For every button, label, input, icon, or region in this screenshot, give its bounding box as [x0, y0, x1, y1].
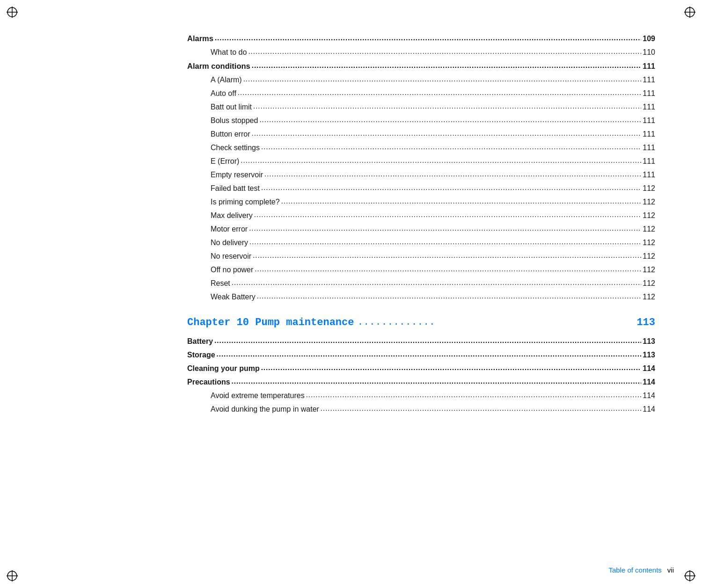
entry-page: 112 [643, 291, 655, 303]
content-area: Alarms109What to do110Alarm conditions11… [159, 14, 683, 455]
chapter-entries-list: Battery113Storage113Cleaning your pump11… [187, 336, 655, 415]
entry-dots [241, 155, 641, 166]
corner-mark-top-left [5, 5, 20, 20]
entry-dots [253, 101, 641, 112]
entry-page: 112 [643, 210, 655, 221]
entry-dots [306, 389, 642, 400]
entry-dots [232, 376, 642, 387]
entry-label: Batt out limit [211, 102, 252, 113]
toc-entry: Reset112 [187, 278, 655, 289]
entry-page: 111 [643, 88, 655, 99]
entry-page: 112 [643, 196, 655, 208]
entry-page: 111 [643, 156, 655, 167]
entry-label: Is priming complete? [211, 196, 280, 208]
toc-entry: Motor error112 [187, 224, 655, 235]
toc-entry: Battery113 [187, 336, 655, 347]
entry-dots [252, 59, 642, 71]
entry-dots [253, 250, 641, 261]
entry-page: 111 [643, 169, 655, 181]
entry-page: 112 [643, 183, 655, 194]
toc-entry: Empty reservoir111 [187, 169, 655, 181]
entry-label: Avoid extreme temperatures [211, 390, 305, 401]
entry-page: 114 [643, 390, 655, 401]
entry-dots [257, 290, 642, 302]
entry-label: No delivery [211, 237, 248, 248]
entry-dots [248, 46, 641, 57]
entry-label: E (Error) [211, 156, 239, 167]
toc-entry: Off no power112 [187, 264, 655, 276]
entry-dots [251, 128, 641, 139]
entry-dots [261, 182, 641, 193]
entry-dots [215, 32, 641, 44]
entry-dots [249, 223, 641, 234]
entry-page: 114 [643, 363, 655, 374]
entry-dots [214, 335, 641, 346]
chapter-heading: Chapter 10 Pump maintenance ............… [187, 317, 655, 328]
entry-label: What to do [211, 47, 247, 58]
toc-entry: A (Alarm)111 [187, 74, 655, 86]
entry-label: Weak Battery [211, 291, 256, 303]
entry-page: 111 [643, 102, 655, 113]
entry-label: Auto off [211, 88, 236, 99]
entry-dots [261, 141, 641, 152]
chapter-page: 113 [636, 317, 655, 328]
entry-dots [238, 87, 641, 98]
entry-page: 112 [643, 224, 655, 235]
entry-page: 111 [643, 129, 655, 140]
entry-dots [254, 209, 641, 220]
entry-page: 111 [643, 142, 655, 153]
entry-label: Check settings [211, 142, 260, 153]
toc-entry: Is priming complete?112 [187, 196, 655, 208]
toc-entry: Bolus stopped111 [187, 115, 655, 126]
footer: Table of contents vii [608, 566, 674, 574]
toc-entry: Avoid dunking the pump in water114 [187, 404, 655, 415]
entry-dots [243, 73, 642, 85]
entry-label: Failed batt test [211, 183, 260, 194]
footer-toc-label: Table of contents [608, 566, 661, 574]
entry-page: 114 [643, 404, 655, 415]
toc-entry: E (Error)111 [187, 156, 655, 167]
entry-page: 113 [643, 349, 655, 361]
entry-page: 110 [643, 47, 655, 58]
entry-dots [249, 236, 641, 247]
corner-mark-bottom-left [5, 568, 20, 583]
entry-label: Battery [187, 336, 213, 347]
entry-label: Cleaning your pump [187, 363, 260, 374]
entry-dots [281, 196, 642, 207]
toc-entry: Alarm conditions111 [187, 60, 655, 72]
toc-entry: Weak Battery112 [187, 291, 655, 303]
toc-entry: Precautions114 [187, 377, 655, 388]
entry-label: Empty reservoir [211, 169, 263, 181]
toc-entry: Check settings111 [187, 142, 655, 153]
entry-label: Precautions [187, 377, 230, 388]
entry-label: No reservoir [211, 251, 251, 262]
entry-label: Motor error [211, 224, 248, 235]
entry-page: 112 [643, 278, 655, 289]
entry-dots [259, 114, 641, 125]
entry-label: Avoid dunking the pump in water [211, 404, 319, 415]
entry-page: 111 [643, 115, 655, 126]
entry-label: Max delivery [211, 210, 253, 221]
toc-entry: Max delivery112 [187, 210, 655, 221]
page: Alarms109What to do110Alarm conditions11… [0, 0, 702, 588]
chapter-label: Chapter 10 Pump maintenance [187, 317, 354, 328]
entry-page: 113 [643, 336, 655, 347]
toc-entry: Failed batt test112 [187, 183, 655, 194]
entry-label: Button error [211, 129, 250, 140]
chapter-dots: ............. [358, 318, 633, 327]
toc-entry: Alarms109 [187, 33, 655, 44]
toc-entry: Button error111 [187, 129, 655, 140]
entry-label: A (Alarm) [211, 74, 242, 86]
toc-list: Alarms109What to do110Alarm conditions11… [187, 33, 655, 303]
toc-entry: What to do110 [187, 47, 655, 58]
toc-entry: Auto off111 [187, 88, 655, 99]
entry-page: 109 [643, 33, 655, 44]
entry-label: Reset [211, 278, 230, 289]
corner-mark-top-right [682, 5, 697, 20]
footer-page-number: vii [667, 566, 674, 574]
toc-entry: Avoid extreme temperatures114 [187, 390, 655, 401]
entry-page: 112 [643, 264, 655, 276]
entry-page: 111 [643, 74, 655, 86]
entry-page: 111 [643, 61, 655, 72]
entry-label: Alarms [187, 33, 213, 44]
